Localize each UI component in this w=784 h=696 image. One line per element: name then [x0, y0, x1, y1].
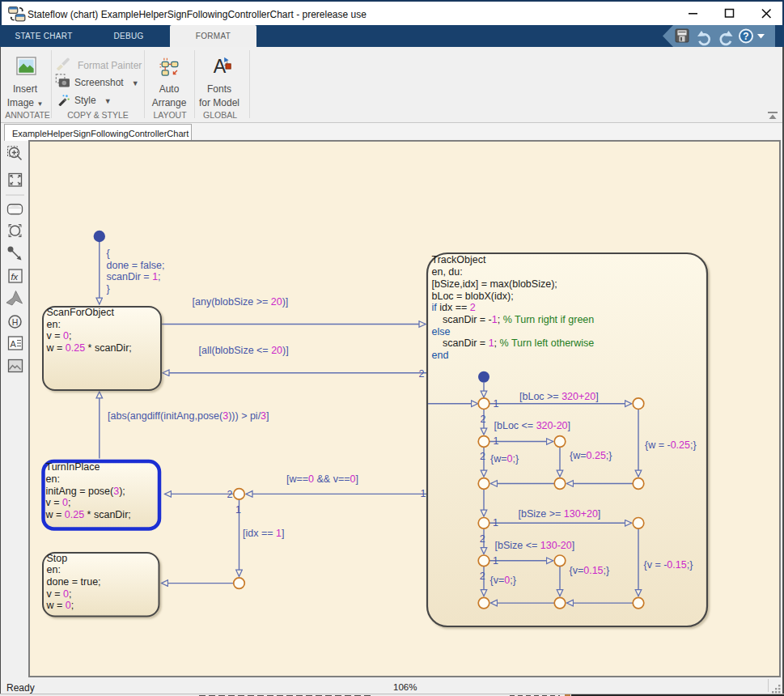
- svg-text:1: 1: [235, 504, 241, 516]
- svg-text:[idx == 1]: [idx == 1]: [243, 528, 284, 539]
- svg-text:{w=0;}: {w=0;}: [490, 453, 519, 465]
- svg-text:[bSize,idx] = max(blobSize);: [bSize,idx] = max(blobSize);: [432, 278, 557, 290]
- svg-text:2: 2: [480, 533, 485, 545]
- svg-text:en, du:: en, du:: [432, 266, 463, 278]
- svg-text:{v=0.15;}: {v=0.15;}: [570, 565, 610, 576]
- svg-text:[bLoc >= 320+20]: [bLoc >= 320+20]: [519, 391, 599, 402]
- svg-text:1: 1: [494, 398, 499, 410]
- svg-text:scanDir = 1;: scanDir = 1;: [107, 271, 161, 282]
- svg-text:[bLoc <= 320-20]: [bLoc <= 320-20]: [494, 420, 571, 431]
- svg-text:A: A: [11, 339, 17, 349]
- svg-text:[all(blobSize <= 20)]: [all(blobSize <= 20)]: [199, 345, 289, 356]
- svg-text:[bSize <= 130-20]: [bSize <= 130-20]: [495, 540, 575, 551]
- svg-text:{w=0.25;}: {w=0.25;}: [570, 450, 612, 461]
- svg-text:TurnInPlace: TurnInPlace: [46, 461, 100, 473]
- svg-text:v = 0;: v = 0;: [46, 497, 71, 508]
- svg-text:{: {: [107, 248, 110, 259]
- svg-text:Stop: Stop: [47, 553, 68, 564]
- svg-text:H: H: [12, 317, 19, 327]
- svg-text:end: end: [432, 350, 449, 361]
- svg-text:[w==0 && v==0]: [w==0 && v==0]: [286, 473, 358, 485]
- svg-text:w = 0.25 * scanDir;: w = 0.25 * scanDir;: [46, 342, 132, 354]
- svg-text:[bSize >= 130+20]: [bSize >= 130+20]: [519, 508, 601, 520]
- svg-text:w = 0.25 * scanDir;: w = 0.25 * scanDir;: [45, 509, 131, 520]
- svg-text:en:: en:: [47, 564, 61, 575]
- svg-text:1: 1: [494, 435, 499, 447]
- svg-text:fx: fx: [11, 272, 19, 282]
- svg-text:done = true;: done = true;: [47, 576, 101, 588]
- svg-text:}: }: [107, 283, 110, 295]
- svg-text:1: 1: [493, 517, 498, 528]
- svg-text:[abs(angdiff(initAng,pose(3))): [abs(angdiff(initAng,pose(3))) > pi/3]: [108, 410, 269, 422]
- svg-text:en:: en:: [47, 319, 61, 330]
- svg-text:initAng = pose(3);: initAng = pose(3);: [46, 486, 125, 497]
- svg-text:2: 2: [227, 489, 233, 500]
- svg-text:scanDir = 1; % Turn left other: scanDir = 1; % Turn left otherwise: [443, 337, 594, 349]
- svg-text:2: 2: [419, 368, 425, 380]
- svg-text:v = 0;: v = 0;: [47, 330, 72, 342]
- svg-text:1: 1: [493, 555, 498, 567]
- svg-text:{v = -0.15;}: {v = -0.15;}: [644, 559, 693, 571]
- svg-text:done = false;: done = false;: [107, 260, 165, 271]
- svg-text:[any(blobSize >= 20)]: [any(blobSize >= 20)]: [193, 296, 289, 308]
- svg-text:w = 0;: w = 0;: [46, 600, 74, 611]
- svg-text:if idx == 2: if idx == 2: [432, 302, 476, 313]
- svg-text:scanDir = -1; % Turn right if: scanDir = -1; % Turn right if green: [443, 314, 594, 325]
- svg-text:1: 1: [421, 488, 426, 499]
- svg-text:2: 2: [481, 414, 486, 425]
- svg-text:else: else: [432, 326, 451, 337]
- svg-text:bLoc = blobX(idx);: bLoc = blobX(idx);: [432, 291, 514, 302]
- svg-text:{v=0;}: {v=0;}: [490, 575, 516, 586]
- svg-text:TrackObject: TrackObject: [432, 254, 486, 265]
- svg-text:en:: en:: [46, 473, 60, 485]
- svg-text:2: 2: [480, 571, 485, 582]
- svg-text:2: 2: [480, 451, 485, 462]
- svg-text:ScanForObject: ScanForObject: [47, 307, 115, 318]
- svg-text:{w = -0.25;}: {w = -0.25;}: [645, 439, 697, 451]
- svg-text:v = 0;: v = 0;: [47, 588, 72, 600]
